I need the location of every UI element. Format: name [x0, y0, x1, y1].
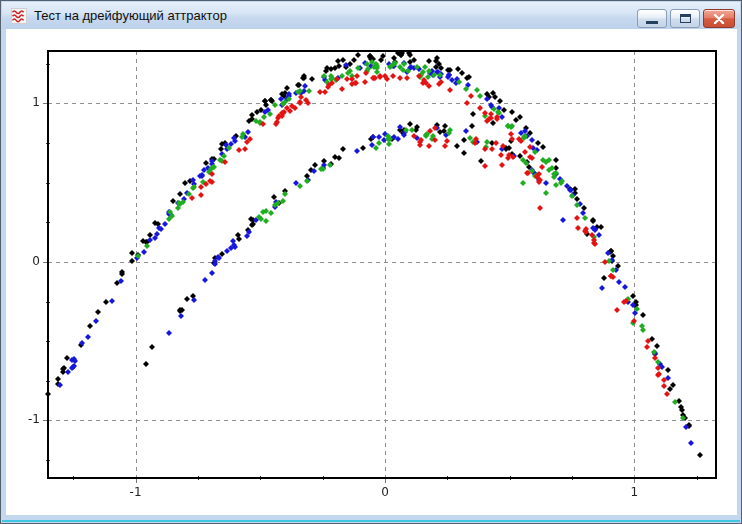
red-waves-icon[interactable] [11, 8, 27, 24]
plot-client-area: -10110-1 [6, 29, 737, 515]
app-window: Тест на дрейфующий аттрактор -10110-1 [0, 0, 742, 524]
window-title: Тест на дрейфующий аттрактор [34, 8, 227, 23]
maximize-icon [680, 14, 691, 23]
maximize-button[interactable] [670, 9, 700, 28]
attractor-scatter-canvas [6, 29, 737, 515]
window-bottom-edge [2, 520, 740, 522]
close-button[interactable] [703, 9, 735, 28]
minimize-button[interactable] [637, 9, 667, 28]
window-controls [637, 9, 735, 28]
title-bar[interactable]: Тест на дрейфующий аттрактор [2, 2, 740, 29]
close-icon [713, 14, 725, 24]
minimize-icon [646, 21, 658, 24]
